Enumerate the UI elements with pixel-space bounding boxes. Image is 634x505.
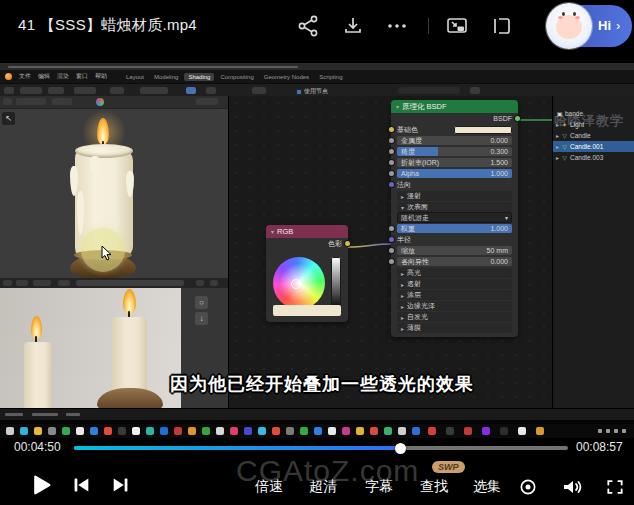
image-filename xyxy=(76,280,184,286)
taskbar-icon xyxy=(132,427,140,435)
download-icon[interactable] xyxy=(341,14,365,38)
arrow-down-button: ↓ xyxy=(195,312,208,325)
panel-label: 漫射 xyxy=(407,191,421,201)
subtitles-button[interactable]: 字幕 xyxy=(365,478,393,496)
expand-icon: ▸ xyxy=(401,325,404,332)
hi-label: Hi xyxy=(598,18,611,33)
focus-mode-icon[interactable] xyxy=(518,477,538,497)
search-button[interactable]: 查找 xyxy=(420,478,448,496)
player-topbar: 41 【SSS】蜡烛材质.mp4 xyxy=(0,0,634,52)
candle-top-rim xyxy=(75,144,133,158)
slider-value: 0.300 xyxy=(490,148,508,155)
volume-icon[interactable] xyxy=(560,475,584,499)
bsdf-output-label: BSDF xyxy=(493,115,512,122)
sss-weight-row: 权重 1.000 xyxy=(391,223,518,234)
episodes-button[interactable]: 选集 xyxy=(473,478,501,496)
tool-icon xyxy=(48,87,64,94)
taskbar-icon xyxy=(76,427,84,435)
photo-candle-left xyxy=(24,342,52,408)
sss-scale-row: 缩放 50 mm xyxy=(391,245,518,256)
sss-scale-socket xyxy=(389,248,394,253)
base-color-label: 基础色 xyxy=(397,125,418,135)
status-text xyxy=(32,413,58,416)
sss-radius-socket xyxy=(389,237,394,242)
tool-icon xyxy=(206,87,216,94)
menu-edit: 编辑 xyxy=(38,72,50,81)
taskbar-icon xyxy=(342,427,350,435)
principled-bsdf-node: ▾ 原理化 BSDF BSDF 基础色 金属度 xyxy=(391,100,518,337)
viewport-menu xyxy=(52,98,72,105)
next-button[interactable] xyxy=(110,474,132,496)
slider-value: 1.000 xyxy=(490,170,508,177)
picture-in-picture-icon[interactable] xyxy=(445,14,469,38)
expand-icon: ▸ xyxy=(556,121,559,128)
slider-value: 50 mm xyxy=(487,247,508,254)
collapse-icon: ▾ xyxy=(401,204,404,211)
expand-icon: ▸ xyxy=(556,143,559,150)
use-nodes-checkbox xyxy=(296,89,302,95)
alpha-row: Alpha 1.000 xyxy=(391,168,518,179)
window-title-path xyxy=(8,66,298,68)
current-time: 00:04:50 xyxy=(14,440,61,454)
expand-icon: ▸ xyxy=(401,292,404,299)
slider-label: Alpha xyxy=(401,170,419,177)
floating-window-icon[interactable] xyxy=(489,14,513,38)
rgb-node-header: ▾ RGB xyxy=(266,225,348,238)
mesh-icon: ▽ xyxy=(561,143,568,150)
zoom-button: ○ xyxy=(195,296,208,309)
tool-icon xyxy=(110,87,124,94)
rgb-output-socket xyxy=(345,241,350,246)
metallic-row: 金属度 0.000 xyxy=(391,135,518,146)
workspace-tabs: Layout Modeling Shading Compositing Geom… xyxy=(122,73,346,81)
object-name: Candle.003 xyxy=(570,154,603,161)
roughness-row: 糙度 0.300 xyxy=(391,146,518,157)
shader-editor: ▾ 原理化 BSDF BSDF 基础色 金属度 xyxy=(228,96,553,408)
sss-anisotropy-row: 各向异性 0.000 xyxy=(391,256,518,267)
sss-radius-row: 半径 xyxy=(391,234,518,245)
avatar-eye xyxy=(562,12,565,16)
play-button[interactable] xyxy=(26,470,54,500)
taskbar-icon xyxy=(118,427,126,435)
fullscreen-icon[interactable] xyxy=(605,477,625,497)
image-unlink-icon xyxy=(210,280,218,286)
tool-icon xyxy=(4,87,14,94)
sss-method-dropdown: 随机游走 ▾ xyxy=(397,212,512,223)
quality-button[interactable]: 超清 xyxy=(309,478,337,496)
roughness-socket xyxy=(389,149,394,154)
swp-badge: SWP xyxy=(432,461,465,473)
progress-knob[interactable] xyxy=(395,443,406,454)
select-tool-button: ↖ xyxy=(2,112,15,125)
video-title: 41 【SSS】蜡烛材质.mp4 xyxy=(18,16,197,35)
taskbar-icon xyxy=(146,427,154,435)
use-nodes-row: 使用节点 xyxy=(296,87,328,96)
panel-label: 高光 xyxy=(407,268,421,278)
mesh-icon: ▽ xyxy=(561,154,568,161)
taskbar-icon xyxy=(202,427,210,435)
speed-button[interactable]: 倍速 xyxy=(255,478,283,496)
image-menu xyxy=(33,280,51,286)
taskbar-icon xyxy=(464,427,472,435)
taskbar-icon xyxy=(244,427,252,435)
metallic-socket xyxy=(389,138,394,143)
more-icon[interactable] xyxy=(385,14,409,38)
color-wheel xyxy=(273,257,325,309)
sss-method-row: 随机游走 ▾ xyxy=(391,212,518,223)
base-color-swatch xyxy=(454,126,512,134)
progress-bar[interactable] xyxy=(74,446,568,450)
panel-label: 边缘光泽 xyxy=(407,301,435,311)
taskbar-icon xyxy=(104,427,112,435)
photo-wooden-holder xyxy=(97,388,163,408)
previous-button[interactable] xyxy=(70,474,92,496)
roughness-slider: 糙度 0.300 xyxy=(397,147,512,156)
taskbar-icon xyxy=(272,427,280,435)
image-icon xyxy=(58,280,70,286)
panel-coat: ▸ 涂层 xyxy=(397,290,512,300)
menu-file: 文件 xyxy=(19,72,31,81)
video-player-app: 41 【SSS】蜡烛材质.mp4 xyxy=(0,0,634,505)
base-color-socket xyxy=(389,127,394,132)
account-button[interactable]: Hi › xyxy=(548,5,632,47)
panel-label: 薄膜 xyxy=(407,323,421,333)
share-icon[interactable] xyxy=(296,14,320,38)
rgb-output-label: 色彩 xyxy=(328,239,342,249)
panel-sheen: ▸ 边缘光泽 xyxy=(397,301,512,311)
